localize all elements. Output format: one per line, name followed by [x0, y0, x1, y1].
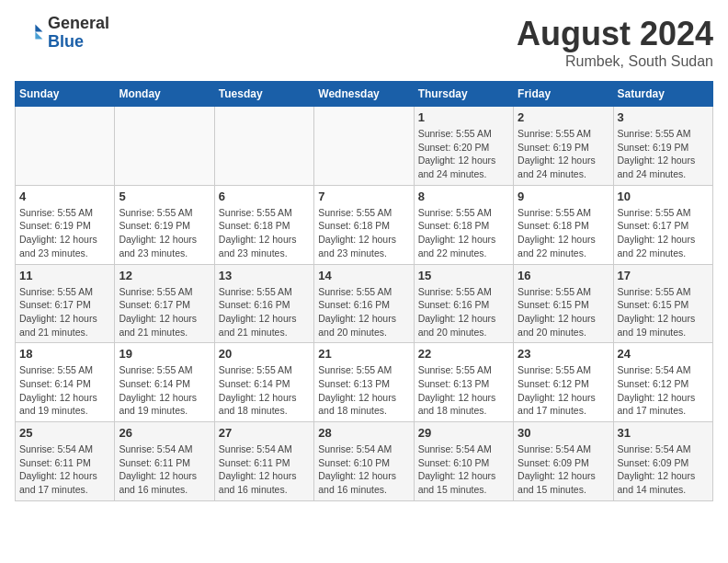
- day-number: 5: [119, 190, 210, 203]
- day-cell: 14Sunrise: 5:55 AMSunset: 6:16 PMDayligh…: [314, 264, 414, 343]
- day-number: 30: [518, 426, 609, 440]
- day-number: 4: [19, 190, 110, 203]
- logo-icon: [15, 18, 44, 48]
- day-detail: Sunrise: 5:54 AMSunset: 6:10 PMDaylight:…: [318, 442, 409, 497]
- day-number: 12: [119, 269, 210, 282]
- day-detail: Sunrise: 5:55 AMSunset: 6:12 PMDaylight:…: [518, 363, 609, 418]
- day-cell: 10Sunrise: 5:55 AMSunset: 6:17 PMDayligh…: [613, 185, 712, 264]
- day-detail: Sunrise: 5:55 AMSunset: 6:17 PMDaylight:…: [119, 285, 210, 339]
- calendar: SundayMondayTuesdayWednesdayThursdayFrid…: [15, 81, 713, 501]
- day-number: 23: [518, 347, 609, 361]
- day-cell: [115, 107, 214, 186]
- weekday-header-saturday: Saturday: [613, 82, 712, 107]
- day-number: 21: [318, 347, 409, 361]
- day-detail: Sunrise: 5:55 AMSunset: 6:15 PMDaylight:…: [618, 285, 709, 339]
- day-number: 3: [618, 110, 709, 124]
- week-row-2: 4Sunrise: 5:55 AMSunset: 6:19 PMDaylight…: [16, 185, 713, 264]
- day-cell: 22Sunrise: 5:55 AMSunset: 6:13 PMDayligh…: [414, 343, 513, 422]
- day-cell: 1Sunrise: 5:55 AMSunset: 6:20 PMDaylight…: [414, 107, 513, 186]
- day-cell: 17Sunrise: 5:55 AMSunset: 6:15 PMDayligh…: [613, 264, 712, 343]
- day-detail: Sunrise: 5:55 AMSunset: 6:14 PMDaylight:…: [19, 363, 110, 418]
- day-number: 28: [318, 426, 409, 440]
- day-number: 27: [219, 426, 310, 440]
- weekday-header-sunday: Sunday: [16, 82, 115, 107]
- day-cell: 24Sunrise: 5:54 AMSunset: 6:12 PMDayligh…: [613, 343, 712, 422]
- logo-blue-text: Blue: [48, 33, 109, 52]
- day-cell: 8Sunrise: 5:55 AMSunset: 6:18 PMDaylight…: [414, 185, 513, 264]
- day-number: 10: [618, 190, 709, 203]
- day-cell: 12Sunrise: 5:55 AMSunset: 6:17 PMDayligh…: [115, 264, 214, 343]
- day-number: 1: [418, 110, 509, 124]
- day-number: 18: [19, 347, 110, 361]
- weekday-header-row: SundayMondayTuesdayWednesdayThursdayFrid…: [16, 82, 713, 107]
- day-detail: Sunrise: 5:55 AMSunset: 6:19 PMDaylight:…: [618, 127, 709, 181]
- day-number: 6: [219, 190, 310, 203]
- weekday-header-thursday: Thursday: [414, 82, 513, 107]
- location: Rumbek, South Sudan: [517, 53, 713, 70]
- day-detail: Sunrise: 5:55 AMSunset: 6:18 PMDaylight:…: [418, 206, 509, 260]
- day-cell: [16, 107, 115, 186]
- day-detail: Sunrise: 5:55 AMSunset: 6:17 PMDaylight:…: [618, 206, 709, 260]
- day-cell: 20Sunrise: 5:55 AMSunset: 6:14 PMDayligh…: [214, 343, 313, 422]
- day-detail: Sunrise: 5:55 AMSunset: 6:14 PMDaylight:…: [119, 363, 210, 418]
- logo: General Blue: [15, 15, 109, 52]
- day-detail: Sunrise: 5:55 AMSunset: 6:16 PMDaylight:…: [318, 285, 409, 339]
- day-cell: 30Sunrise: 5:54 AMSunset: 6:09 PMDayligh…: [514, 422, 613, 501]
- day-cell: 23Sunrise: 5:55 AMSunset: 6:12 PMDayligh…: [514, 343, 613, 422]
- day-cell: 18Sunrise: 5:55 AMSunset: 6:14 PMDayligh…: [16, 343, 115, 422]
- day-detail: Sunrise: 5:55 AMSunset: 6:13 PMDaylight:…: [418, 363, 509, 418]
- day-cell: 16Sunrise: 5:55 AMSunset: 6:15 PMDayligh…: [514, 264, 613, 343]
- day-cell: 3Sunrise: 5:55 AMSunset: 6:19 PMDaylight…: [613, 107, 712, 186]
- day-cell: [214, 107, 313, 186]
- day-cell: [314, 107, 414, 186]
- day-number: 9: [518, 190, 609, 203]
- day-cell: 2Sunrise: 5:55 AMSunset: 6:19 PMDaylight…: [514, 107, 613, 186]
- day-number: 2: [518, 110, 609, 124]
- day-number: 25: [19, 426, 110, 440]
- day-detail: Sunrise: 5:54 AMSunset: 6:11 PMDaylight:…: [119, 442, 210, 497]
- day-cell: 11Sunrise: 5:55 AMSunset: 6:17 PMDayligh…: [16, 264, 115, 343]
- day-number: 26: [119, 426, 210, 440]
- day-detail: Sunrise: 5:54 AMSunset: 6:09 PMDaylight:…: [618, 442, 709, 497]
- day-detail: Sunrise: 5:55 AMSunset: 6:19 PMDaylight:…: [119, 206, 210, 260]
- day-detail: Sunrise: 5:55 AMSunset: 6:17 PMDaylight:…: [19, 285, 110, 339]
- weekday-header-monday: Monday: [115, 82, 214, 107]
- day-detail: Sunrise: 5:55 AMSunset: 6:15 PMDaylight:…: [518, 285, 609, 339]
- svg-marker-1: [35, 31, 42, 39]
- day-number: 13: [219, 269, 310, 282]
- day-cell: 13Sunrise: 5:55 AMSunset: 6:16 PMDayligh…: [214, 264, 313, 343]
- day-detail: Sunrise: 5:55 AMSunset: 6:18 PMDaylight:…: [518, 206, 609, 260]
- day-number: 11: [19, 269, 110, 282]
- calendar-body: 1Sunrise: 5:55 AMSunset: 6:20 PMDaylight…: [16, 107, 713, 501]
- day-cell: 5Sunrise: 5:55 AMSunset: 6:19 PMDaylight…: [115, 185, 214, 264]
- day-detail: Sunrise: 5:55 AMSunset: 6:19 PMDaylight:…: [19, 206, 110, 260]
- day-number: 31: [618, 426, 709, 440]
- week-row-5: 25Sunrise: 5:54 AMSunset: 6:11 PMDayligh…: [16, 422, 713, 501]
- month-year: August 2024: [517, 15, 713, 53]
- week-row-1: 1Sunrise: 5:55 AMSunset: 6:20 PMDaylight…: [16, 107, 713, 186]
- weekday-header-tuesday: Tuesday: [214, 82, 313, 107]
- day-number: 8: [418, 190, 509, 203]
- day-detail: Sunrise: 5:55 AMSunset: 6:18 PMDaylight:…: [318, 206, 409, 260]
- day-number: 19: [119, 347, 210, 361]
- day-cell: 29Sunrise: 5:54 AMSunset: 6:10 PMDayligh…: [414, 422, 513, 501]
- day-detail: Sunrise: 5:54 AMSunset: 6:11 PMDaylight:…: [219, 442, 310, 497]
- day-cell: 15Sunrise: 5:55 AMSunset: 6:16 PMDayligh…: [414, 264, 513, 343]
- day-cell: 9Sunrise: 5:55 AMSunset: 6:18 PMDaylight…: [514, 185, 613, 264]
- day-cell: 28Sunrise: 5:54 AMSunset: 6:10 PMDayligh…: [314, 422, 414, 501]
- day-detail: Sunrise: 5:54 AMSunset: 6:10 PMDaylight:…: [418, 442, 509, 497]
- day-cell: 4Sunrise: 5:55 AMSunset: 6:19 PMDaylight…: [16, 185, 115, 264]
- day-number: 29: [418, 426, 509, 440]
- title-area: August 2024 Rumbek, South Sudan: [517, 15, 713, 70]
- day-cell: 27Sunrise: 5:54 AMSunset: 6:11 PMDayligh…: [214, 422, 313, 501]
- day-number: 15: [418, 269, 509, 282]
- day-cell: 19Sunrise: 5:55 AMSunset: 6:14 PMDayligh…: [115, 343, 214, 422]
- day-number: 20: [219, 347, 310, 361]
- header: General Blue August 2024 Rumbek, South S…: [15, 15, 713, 70]
- day-detail: Sunrise: 5:54 AMSunset: 6:11 PMDaylight:…: [19, 442, 110, 497]
- weekday-header-friday: Friday: [514, 82, 613, 107]
- day-detail: Sunrise: 5:55 AMSunset: 6:16 PMDaylight:…: [219, 285, 310, 339]
- day-detail: Sunrise: 5:55 AMSunset: 6:18 PMDaylight:…: [219, 206, 310, 260]
- day-cell: 31Sunrise: 5:54 AMSunset: 6:09 PMDayligh…: [613, 422, 712, 501]
- day-number: 16: [518, 269, 609, 282]
